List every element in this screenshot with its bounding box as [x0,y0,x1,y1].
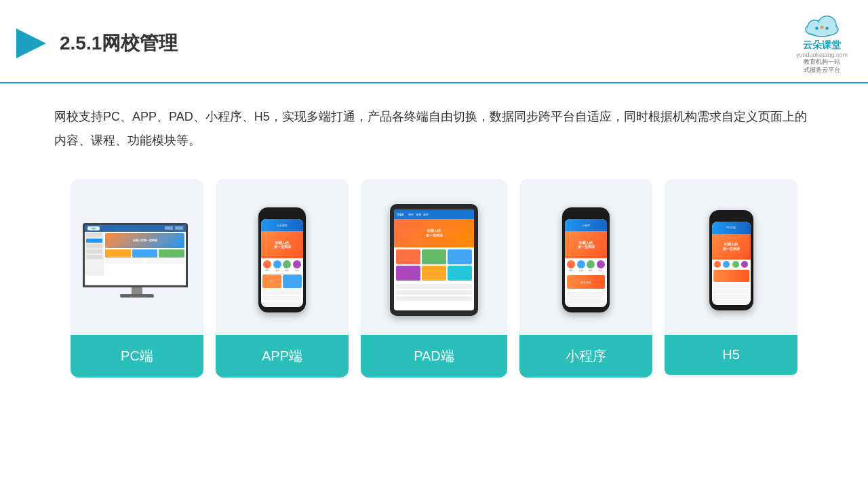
logo-area: 云朵课堂 yunduoketang.com 教育机构一站式服务云平台 [796,12,848,74]
phone-mockup-miniapp: 小程序 职通人的第一堂网课 课程 直播 [562,207,610,312]
miniapp-label: 小程序 [519,335,652,378]
pad-image-area: logo 课程 直播 题库 职通人的第一堂网课 [361,179,507,335]
pc-image-area: logo [71,179,203,335]
svg-marker-0 [16,28,46,58]
logo-icon [802,12,842,39]
app-image-area: 云朵课堂 职通人的第一堂网课 课程 直播 [216,179,349,335]
logo-tagline: 教育机构一站式服务云平台 [804,58,840,74]
description-text: 网校支持PC、APP、PAD、小程序、H5，实现多端打通，产品各终端自由切换，数… [54,110,807,146]
svg-point-8 [821,26,824,29]
phone-mockup-h5: H5页面 职通人的第一堂网课 [709,210,753,310]
h5-label: H5 [665,335,797,375]
card-miniapp: 小程序 职通人的第一堂网课 课程 直播 [519,179,652,378]
logo-url: yunduoketang.com [796,52,848,58]
card-h5: H5页面 职通人的第一堂网课 [665,179,797,378]
svg-point-5 [808,21,821,33]
card-app: 云朵课堂 职通人的第一堂网课 课程 直播 [216,179,349,378]
monitor-mockup: logo [83,223,191,298]
tablet-mockup: logo 课程 直播 题库 职通人的第一堂网课 [390,204,478,316]
miniapp-image-area: 小程序 职通人的第一堂网课 课程 直播 [519,179,652,335]
svg-point-7 [815,27,818,30]
monitor-screen: logo [83,223,188,287]
svg-point-9 [825,27,829,30]
page-title: 2.5.1网校管理 [60,30,178,56]
description: 网校支持PC、APP、PAD、小程序、H5，实现多端打通，产品各终端自由切换，数… [0,83,868,165]
svg-point-6 [818,17,835,33]
app-label: APP端 [216,335,349,378]
card-pc: logo [71,179,203,378]
phone-mockup-app: 云朵课堂 职通人的第一堂网课 课程 直播 [258,207,306,312]
header-left: 2.5.1网校管理 [14,26,178,61]
header: 2.5.1网校管理 云朵课堂 yunduoketang.com 教育机构一站式服… [0,0,868,83]
card-pad: logo 课程 直播 题库 职通人的第一堂网课 [361,179,507,378]
play-icon [14,26,49,61]
pad-label: PAD端 [361,335,507,378]
cards-container: logo [0,165,868,398]
pc-label: PC端 [71,335,203,378]
logo-brand: 云朵课堂 [803,39,841,52]
h5-image-area: H5页面 职通人的第一堂网课 [665,179,797,335]
